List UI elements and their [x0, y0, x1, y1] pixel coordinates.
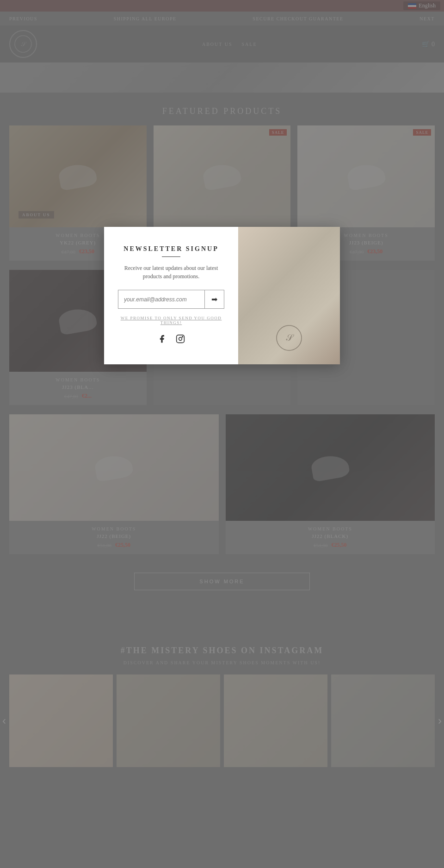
- modal-left: NEWSLETTER SIGNUP Receive our latest upd…: [104, 227, 238, 364]
- facebook-link[interactable]: [157, 334, 166, 346]
- svg-rect-2: [177, 335, 185, 343]
- modal-watermark: 𝒮: [275, 324, 303, 355]
- newsletter-modal: × NEWSLETTER SIGNUP Receive our latest u…: [104, 227, 340, 364]
- email-input-row: ➡: [118, 290, 224, 309]
- social-links: [157, 334, 185, 346]
- svg-text:𝒮: 𝒮: [286, 332, 294, 343]
- newsletter-promise: WE PROMISE TO ONLY SEND YOU GOOD THINGS!: [118, 316, 224, 325]
- modal-divider: [162, 256, 180, 257]
- modal-right: 𝒮: [238, 227, 340, 364]
- newsletter-title: NEWSLETTER SIGNUP: [123, 245, 218, 253]
- email-submit-button[interactable]: ➡: [204, 290, 224, 308]
- email-input[interactable]: [118, 290, 204, 308]
- newsletter-description: Receive our latest updates about our lat…: [118, 264, 224, 281]
- modal-image: 𝒮: [238, 227, 340, 364]
- modal-overlay: × NEWSLETTER SIGNUP Receive our latest u…: [0, 0, 444, 868]
- svg-point-3: [179, 337, 182, 341]
- instagram-link[interactable]: [176, 334, 185, 346]
- svg-point-4: [182, 337, 183, 337]
